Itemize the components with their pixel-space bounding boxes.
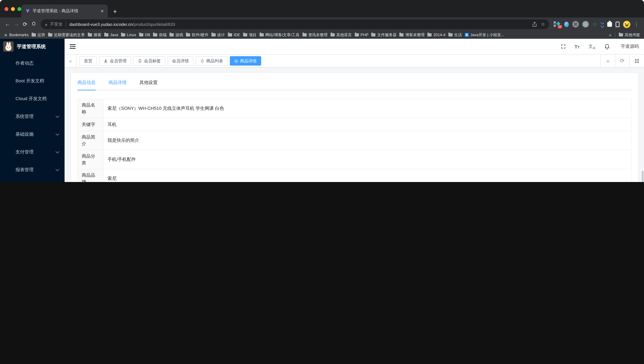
- folder-icon: [153, 33, 157, 37]
- tag-product-list[interactable]: 商品列表: [196, 56, 228, 66]
- folder-icon: [400, 33, 404, 37]
- app-logo-row[interactable]: 芋道管理系统: [0, 39, 64, 54]
- navbar-actions: TT 文A 芋道源码: [561, 44, 639, 50]
- bookmark-folder[interactable]: 搜索: [88, 32, 101, 38]
- close-window-button[interactable]: [4, 7, 8, 11]
- folder-icon: [448, 33, 452, 37]
- fullscreen-icon[interactable]: [561, 44, 566, 49]
- tags-scroll-left-button[interactable]: «: [64, 55, 76, 67]
- profile-avatar[interactable]: [623, 21, 630, 28]
- bookmark-folder[interactable]: 运营: [32, 32, 45, 38]
- bookmark-folder[interactable]: PHP: [355, 33, 368, 37]
- security-label[interactable]: 不安全: [50, 21, 62, 27]
- tags-scroll-right-button[interactable]: »: [600, 55, 615, 67]
- sidebar-item-pay[interactable]: 支付管理: [0, 143, 64, 161]
- extension-devtools-icon[interactable]: 12: [554, 21, 561, 27]
- folder-icon: [330, 33, 335, 37]
- extension-star-icon[interactable]: ☆: [592, 22, 597, 27]
- new-tab-button[interactable]: +: [113, 8, 117, 15]
- bookmarks-root[interactable]: ★Bookmarks: [4, 33, 28, 37]
- bookmark-folder[interactable]: 文件服务器: [372, 32, 396, 38]
- layout-grid-button[interactable]: [630, 55, 644, 67]
- bookmark-folder[interactable]: 软件/硬件: [186, 32, 208, 38]
- bookmark-folder[interactable]: 设计: [212, 32, 225, 38]
- bookmark-folder[interactable]: 其他语言: [330, 32, 352, 38]
- bookmarks-overflow-button[interactable]: »: [609, 33, 612, 37]
- bookmark-folder[interactable]: 博客未整理: [400, 32, 425, 38]
- folder-icon: [212, 33, 216, 37]
- extension-panel-icon[interactable]: [616, 22, 620, 27]
- bookmarks-bar: ★Bookmarks 运营 近期需要读的文章 搜索 Java Linux DB …: [0, 31, 644, 39]
- tags-view-bar: « 首页 会员管理 会员标签 会员详情 商品列表: [64, 54, 644, 68]
- language-icon[interactable]: 文A: [588, 44, 595, 50]
- bookmark-folder[interactable]: Java: [104, 33, 118, 37]
- extension-recorder-icon[interactable]: [582, 21, 589, 28]
- bookmark-folder[interactable]: 前端: [153, 32, 167, 38]
- font-size-icon[interactable]: TT: [574, 44, 580, 49]
- tab-other-settings[interactable]: 其他设置: [140, 78, 158, 90]
- share-icon[interactable]: [532, 22, 537, 27]
- sidebar-item-system[interactable]: 系统管理: [0, 108, 64, 125]
- bookmark-folder[interactable]: IDE: [228, 33, 240, 37]
- sidebar: 芋道管理系统 作者动态 Boot 开发文档 Cloud 开发文档 系统管理: [0, 39, 64, 182]
- bookmark-folder[interactable]: 游戏: [170, 32, 183, 38]
- browser-toolbar: ← → ⟳ ▲ 不安全 dashboard-vue3.yudao.iocoder…: [0, 18, 644, 31]
- bookmark-icon: [138, 59, 142, 63]
- screen: 芋道管理系统 - 商品详情 ✕ + ← → ⟳ ▲ 不安全 dashboard-…: [0, 0, 644, 182]
- minimize-window-button[interactable]: [11, 7, 15, 11]
- folder-icon: [121, 33, 125, 37]
- field-label: 商品名称: [78, 99, 104, 118]
- field-row-category: 商品分类 手机/手机配件: [78, 150, 632, 169]
- browser-menu-icon[interactable]: ⋮: [634, 21, 639, 27]
- tab-product-info[interactable]: 商品信息: [78, 78, 96, 90]
- tag-product-detail-active[interactable]: ◎ 商品详情: [230, 56, 261, 66]
- username[interactable]: 芋道源码: [621, 44, 639, 50]
- extensions-puzzle-icon[interactable]: [607, 22, 612, 27]
- bookmark-folder[interactable]: 生活: [448, 32, 462, 38]
- extension-balloon-icon[interactable]: [564, 22, 569, 27]
- address-bar[interactable]: ▲ 不安全 dashboard-vue3.yudao.iocoder.cn/pr…: [41, 19, 549, 29]
- product-descriptions: 商品名称 索尼（SONY）WH-CH510 无线立体声耳机 学生网课 白色 关键…: [78, 99, 632, 182]
- refresh-page-button[interactable]: ⟳: [615, 55, 630, 67]
- field-row-name: 商品名称 索尼（SONY）WH-CH510 无线立体声耳机 学生网课 白色: [78, 99, 632, 118]
- star-icon: ★: [4, 33, 8, 37]
- sidebar-fold-icon[interactable]: [70, 44, 76, 49]
- folder-icon: [186, 33, 190, 37]
- bookmark-folder[interactable]: 近期需要读的文章: [48, 32, 85, 38]
- bookmark-folder[interactable]: 2014-4: [428, 33, 446, 37]
- bookmark-star-icon[interactable]: ☆: [541, 21, 545, 27]
- field-value: 耳机: [104, 118, 632, 131]
- bookmark-folder[interactable]: DB: [139, 33, 150, 37]
- sidebar-item-boot-docs[interactable]: Boot 开发文档: [0, 72, 64, 90]
- tag-member-label[interactable]: 会员标签: [133, 56, 165, 66]
- page-scrollbar[interactable]: [642, 171, 644, 182]
- tag-member-detail[interactable]: 会员详情: [168, 56, 193, 66]
- bookmark-item[interactable]: BJava开发 | 小组首...: [465, 32, 504, 38]
- bookmark-folder[interactable]: 网站/博客/文章/工具: [260, 32, 300, 38]
- tag-member-manage[interactable]: 会员管理: [99, 56, 131, 66]
- sidebar-item-workflow[interactable]: 工作流程: [0, 179, 64, 182]
- reload-button[interactable]: ⟳: [21, 21, 30, 28]
- zoom-window-button[interactable]: [18, 7, 21, 11]
- bookmark-folder[interactable]: 项目: [243, 32, 257, 38]
- forward-button[interactable]: →: [12, 21, 21, 28]
- sidebar-item-report[interactable]: 报表管理: [0, 161, 64, 179]
- sidebar-item-cloud-docs[interactable]: Cloud 开发文档: [0, 90, 64, 108]
- notification-bell-icon[interactable]: [604, 44, 610, 50]
- bookmark-folder[interactable]: 资讯未整理: [302, 32, 328, 38]
- url-path: /product/spu/detail/633: [133, 22, 175, 27]
- bookmark-folder[interactable]: Linux: [121, 33, 136, 37]
- extension-chevrons-icon[interactable]: [601, 21, 604, 27]
- other-bookmarks-folder[interactable]: 其他书签: [619, 32, 640, 38]
- home-button[interactable]: [30, 21, 38, 28]
- close-tab-icon[interactable]: ✕: [100, 9, 104, 14]
- extensions-area: 12 ⌘ ☆ ⋮: [554, 21, 639, 28]
- browser-tab[interactable]: 芋道管理系统 - 商品详情 ✕: [21, 5, 108, 18]
- tab-product-detail[interactable]: 商品详情: [108, 78, 126, 90]
- sidebar-item-infra[interactable]: 基础设施: [0, 125, 64, 143]
- back-button[interactable]: ←: [3, 21, 12, 28]
- sidebar-item-author-news[interactable]: 作者动态: [0, 54, 64, 72]
- apple-icon: [200, 59, 204, 63]
- tag-home[interactable]: 首页: [80, 56, 97, 66]
- extension-command-icon[interactable]: ⌘: [572, 21, 579, 28]
